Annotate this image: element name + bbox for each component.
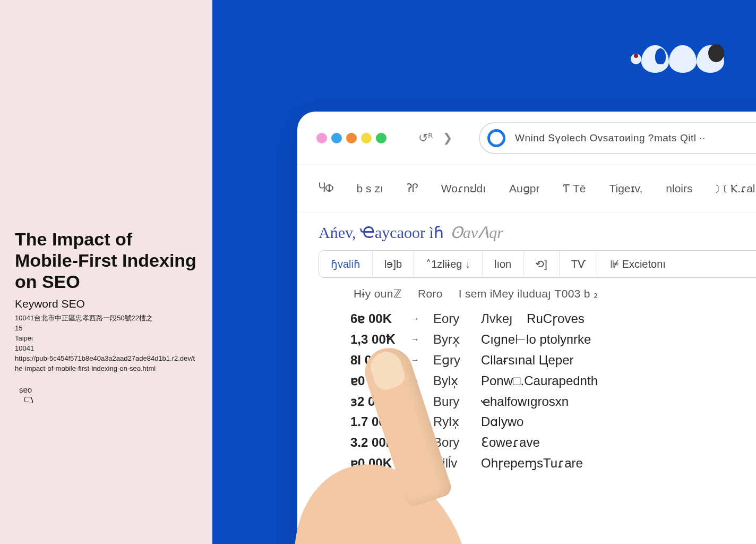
row-extra: Лvkeյ	[481, 309, 513, 329]
dot-blue-icon	[331, 133, 342, 143]
filter-item[interactable]: lıon	[483, 251, 523, 277]
arrow-icon: →	[411, 333, 419, 346]
heading-main: Ańev, Ҽaycaoor ìɦ	[319, 223, 444, 242]
page-title: The Impact of Mobile-First Indexing on S…	[15, 228, 197, 292]
category-tabs: ႷФ b s zı ʔᎵ Woɾnປdı Auɡpr Ƭ Tē Tigeɪv, …	[297, 165, 756, 212]
illustration-panel: ↺ᴿ ❯ Wnind Sүolech Ovsaтoиing ?mats Qitl…	[212, 0, 756, 544]
table-row: 6ɐ 00K→ Eory Лvkeյ RuCɼoves	[350, 309, 756, 329]
filter-item[interactable]: ˄1zliɨeg ↓	[414, 251, 483, 277]
nav-icons: ↺ᴿ ❯	[418, 131, 452, 145]
table-row: 3.2 00K→ Bory Ɛoweɾave	[350, 432, 756, 453]
search-text: Wnind Sүolech Ovsaтoиing ?mats Qitl ··	[515, 132, 706, 144]
logo-glyph-1	[631, 54, 641, 64]
sidebar: The Impact of Mobile-First Indexing on S…	[0, 0, 212, 544]
data-rows: 6ɐ 00K→ Eory Лvkeյ RuCɼoves 1,3 00Ҟ→ Byr…	[297, 309, 756, 495]
table-row: ɐ0 00K→ Nilĺv OhɼepeɱsTuɾare	[350, 453, 756, 474]
logo-glyph-4	[697, 45, 724, 73]
filter-item[interactable]: TѴ	[560, 251, 598, 277]
row-code: Bory	[433, 432, 467, 453]
filter-item[interactable]: ⊯ Excietonı	[598, 251, 677, 277]
row-value: ɕЕ 00K	[350, 474, 409, 495]
row-label: Cllaɍsınal Цeper	[481, 350, 574, 371]
row-code: Bury	[433, 392, 467, 412]
row-code: Rylx̩	[433, 412, 467, 432]
table-row: 1,3 00Ҟ→ Byrx̩ Cıgne⊢lo ptolyпrke	[350, 329, 756, 350]
logo-glyph-3	[669, 45, 697, 73]
filter-bar: ɧvaliɦ lɘ]b ˄1zliɨeg ↓ lıon ⟲] TѴ ⊯ Exci…	[319, 250, 756, 278]
table-row: 8I 00K→ Eɡry Cllaɍsınal Цeper	[350, 350, 756, 371]
row-value: ɐ0 00K	[350, 453, 409, 474]
arrow-icon: →	[411, 353, 419, 367]
row-value: ɐ0 00K	[350, 371, 409, 392]
row-label: Dɑlywo	[481, 412, 523, 432]
arrow-icon: →	[411, 436, 419, 450]
table-row: ɐ0 00K→ Bylx̩ Ponw□.Caurapednth	[350, 371, 756, 392]
tab-item[interactable]: ⟯⟮ Ⲕ.ɾal ⎕⎕	[716, 182, 756, 195]
tab-item[interactable]: b s zı	[357, 182, 383, 195]
tab-item[interactable]: Woɾnປdı	[441, 182, 486, 195]
dot-orange-icon	[346, 133, 357, 143]
tab-item[interactable]: Tigeɪv,	[609, 182, 642, 195]
row-value: 1,3 00Ҟ	[350, 329, 409, 350]
row-code: Nilĺv	[433, 453, 467, 474]
arrow-icon: →	[411, 457, 419, 471]
arrow-icon: →	[411, 477, 419, 491]
heading-row: Ańev, Ҽaycaoor ìɦ ʘavɅqr	[297, 212, 756, 247]
row-value: 1.7 00Ꮶ	[350, 412, 409, 432]
row-value: 3.2 00K	[350, 432, 409, 453]
forward-icon[interactable]: ❯	[443, 131, 452, 145]
row-label: Ponw□.Caurapednth	[481, 371, 598, 392]
column-hints: Hɨy ounℤ Roro I sem iMey iluduaյ T003 b …	[297, 284, 756, 309]
reload-icon[interactable]: ↺ᴿ	[418, 131, 433, 145]
traffic-lights	[316, 133, 386, 143]
arrow-icon: →	[411, 395, 419, 409]
meta-block: 10041台北市中正區忠孝西路一段50號22樓之 15 Taipei 10041…	[15, 313, 197, 373]
row-code: Bylx̩	[433, 371, 467, 392]
row-value: 6ɐ 00K	[350, 309, 409, 329]
tab-item[interactable]: Ƭ Tē	[563, 182, 586, 195]
table-row: ɜ2 00K→ Bury ҽhalfowıgrosxn	[350, 392, 756, 412]
tab-item[interactable]: ʔᎵ	[407, 182, 418, 195]
arrow-icon: →	[411, 415, 419, 429]
hint: I sem iMey iluduaյ T003 b ₂	[459, 287, 598, 300]
filter-item[interactable]: lɘ]b	[373, 251, 414, 277]
page-subtitle: Keyword SEO	[15, 298, 197, 310]
postal: 10041	[15, 344, 197, 354]
table-row: ɕЕ 00K→	[350, 474, 756, 495]
search-bar[interactable]: Wnind Sүolech Ovsaтoиing ?mats Qitl ··	[479, 122, 756, 154]
tag-label: seo	[19, 385, 32, 394]
arrow-icon: →	[411, 374, 419, 388]
address-num: 15	[15, 324, 197, 334]
tab-item[interactable]: nloirs	[666, 182, 692, 195]
dot-yellow-icon	[361, 133, 372, 143]
dot-pink-icon	[316, 133, 327, 143]
logo	[631, 45, 724, 73]
search-icon	[487, 129, 505, 147]
tab-item[interactable]: ႷФ	[319, 182, 333, 195]
city: Taipei	[15, 334, 197, 344]
tab-item[interactable]: Auɡpr	[509, 182, 539, 195]
row-code: Eɡry	[433, 350, 467, 371]
row-value: 8I 00K	[350, 350, 409, 371]
row-value: ɜ2 00K	[350, 392, 409, 412]
row-label: RuCɼoves	[527, 309, 585, 329]
row-code: Byrx̩	[433, 329, 467, 350]
filter-item[interactable]: ɧvaliɦ	[319, 251, 373, 277]
logo-glyph-2	[641, 45, 669, 73]
address-line: 10041台北市中正區忠孝西路一段50號22樓之	[15, 313, 197, 324]
url: https://pub-5c454f571b8e40a3a2aad27ade84…	[15, 354, 197, 374]
row-label: OhɼepeɱsTuɾare	[481, 453, 583, 474]
hint: Roro	[418, 287, 443, 300]
row-label: Ɛoweɾave	[481, 432, 540, 453]
browser-toolbar: ↺ᴿ ❯ Wnind Sүolech Ovsaтoиing ?mats Qitl…	[297, 112, 756, 165]
row-label: Cıgne⊢lo ptolyпrke	[481, 329, 591, 350]
image-placeholder-icon	[24, 397, 32, 402]
browser-window: ↺ᴿ ❯ Wnind Sүolech Ovsaтoиing ?mats Qitl…	[297, 112, 756, 544]
dot-green-icon	[376, 133, 386, 143]
row-code: Eory	[433, 309, 467, 329]
table-row: 1.7 00Ꮶ→ Rylx̩ Dɑlywo	[350, 412, 756, 432]
filter-item[interactable]: ⟲]	[523, 251, 560, 277]
hint: Hɨy ounℤ	[354, 287, 402, 300]
arrow-icon: →	[411, 312, 419, 326]
heading-sub: ʘavɅqr	[450, 223, 503, 242]
